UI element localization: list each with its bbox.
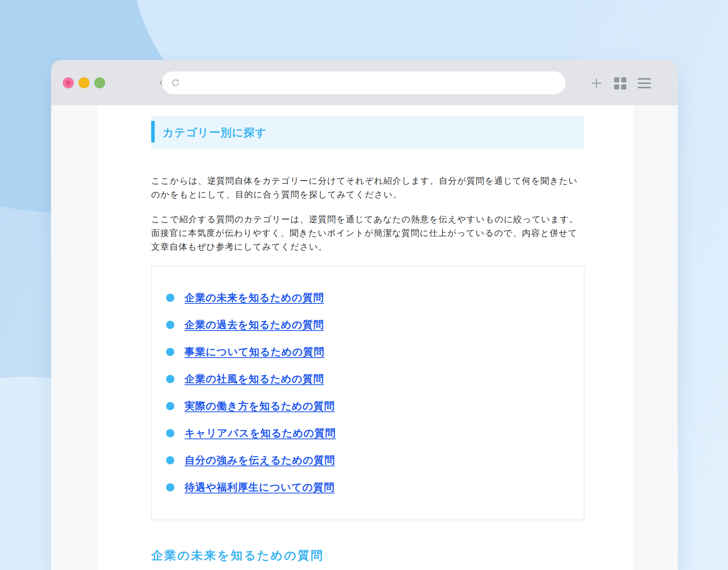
bullet-dot-icon bbox=[166, 375, 174, 383]
desktop-background: { "browser": { "url_value": "", "icons":… bbox=[0, 0, 728, 570]
bullet-dot-icon bbox=[166, 321, 174, 329]
hamburger-icon bbox=[638, 78, 651, 88]
category-link[interactable]: 実際の働き方を知るための質問 bbox=[185, 399, 335, 413]
category-link[interactable]: 自分の強みを伝えるための質問 bbox=[185, 453, 335, 467]
category-link-item: 自分の強みを伝えるための質問 bbox=[152, 447, 584, 474]
section-title: カテゴリー別に探す bbox=[163, 125, 267, 140]
bullet-dot-icon bbox=[166, 294, 174, 302]
section-header-box: カテゴリー別に探す bbox=[151, 116, 584, 149]
category-link-item: 実際の働き方を知るための質問 bbox=[152, 393, 584, 420]
article-content: カテゴリー別に探す ここからは、逆質問自体をカテゴリーに分けてそれぞれ紹介します… bbox=[151, 105, 584, 563]
next-section-heading: 企業の未来を知るための質問 bbox=[151, 548, 584, 563]
category-link-item: 企業の社風を知るための質問 bbox=[152, 365, 584, 393]
category-link[interactable]: 事業について知るための質問 bbox=[185, 345, 324, 359]
bullet-dot-icon bbox=[166, 483, 174, 491]
category-link-item: 企業の過去を知るための質問 bbox=[152, 311, 584, 338]
bullet-dot-icon bbox=[166, 429, 174, 437]
category-link[interactable]: 企業の社風を知るための質問 bbox=[185, 372, 324, 386]
category-link[interactable]: 企業の未来を知るための質問 bbox=[185, 291, 324, 305]
category-link-item: 待遇や福利厚生についての質問 bbox=[152, 474, 584, 501]
detail-paragraph: ここで紹介する質問のカテゴリーは、逆質問を通じてあなたの熱意を伝えやすいものに絞… bbox=[151, 212, 584, 254]
browser-menu-button[interactable] bbox=[638, 77, 651, 90]
new-tab-button[interactable] bbox=[590, 77, 603, 90]
category-link-item: キャリアパスを知るための質問 bbox=[152, 420, 584, 447]
category-link-box: 企業の未来を知るための質問 企業の過去を知るための質問 事業について知るための質… bbox=[151, 266, 584, 520]
fullscreen-window-button[interactable] bbox=[94, 77, 105, 88]
traffic-lights bbox=[63, 77, 105, 88]
article-page: カテゴリー別に探す ここからは、逆質問自体をカテゴリーに分けてそれぞれ紹介します… bbox=[97, 105, 633, 570]
intro-paragraph: ここからは、逆質問自体をカテゴリーに分けてそれぞれ紹介します。自分が質問を通じて… bbox=[151, 174, 584, 201]
tab-overview-button[interactable] bbox=[613, 77, 627, 90]
category-link[interactable]: 企業の過去を知るための質問 bbox=[185, 318, 324, 332]
url-input[interactable] bbox=[162, 71, 565, 94]
category-link-list: 企業の未来を知るための質問 企業の過去を知るための質問 事業について知るための質… bbox=[152, 284, 584, 501]
browser-viewport: カテゴリー別に探す ここからは、逆質問自体をカテゴリーに分けてそれぞれ紹介します… bbox=[51, 105, 678, 570]
bullet-dot-icon bbox=[166, 402, 174, 410]
category-link-item: 事業について知るための質問 bbox=[152, 338, 584, 365]
category-link[interactable]: 待遇や福利厚生についての質問 bbox=[185, 480, 335, 494]
browser-toolbar bbox=[51, 60, 678, 105]
plus-icon bbox=[591, 77, 602, 89]
category-link-item: 企業の未来を知るための質問 bbox=[152, 284, 584, 311]
category-link[interactable]: キャリアパスを知るための質問 bbox=[185, 426, 336, 440]
accent-bar bbox=[151, 121, 155, 142]
bullet-dot-icon bbox=[166, 348, 174, 356]
browser-window: カテゴリー別に探す ここからは、逆質問自体をカテゴリーに分けてそれぞれ紹介します… bbox=[51, 60, 678, 570]
grid-icon bbox=[614, 77, 626, 90]
close-window-button[interactable] bbox=[63, 77, 74, 88]
bullet-dot-icon bbox=[166, 456, 174, 464]
minimize-window-button[interactable] bbox=[79, 77, 90, 88]
